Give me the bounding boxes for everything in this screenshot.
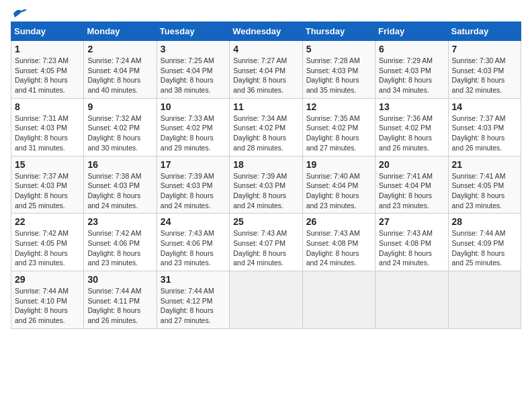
day-detail: Sunrise: 7:27 AMSunset: 4:04 PMDaylight:… bbox=[233, 56, 298, 95]
calendar-cell: 4Sunrise: 7:27 AMSunset: 4:04 PMDaylight… bbox=[230, 41, 302, 99]
day-detail: Sunrise: 7:43 AMSunset: 4:08 PMDaylight:… bbox=[379, 228, 444, 268]
calendar-cell bbox=[230, 271, 302, 329]
day-number: 11 bbox=[233, 101, 298, 112]
day-detail: Sunrise: 7:39 AMSunset: 4:03 PMDaylight:… bbox=[233, 171, 298, 211]
weekday-header-saturday: Saturday bbox=[448, 22, 521, 41]
logo-bird-icon bbox=[12, 8, 27, 19]
day-number: 24 bbox=[161, 216, 226, 227]
day-number: 9 bbox=[87, 101, 152, 112]
day-detail: Sunrise: 7:29 AMSunset: 4:03 PMDaylight:… bbox=[379, 56, 444, 95]
day-detail: Sunrise: 7:37 AMSunset: 4:03 PMDaylight:… bbox=[15, 171, 80, 211]
logo-area bbox=[11, 11, 27, 16]
calendar-week-row: 15Sunrise: 7:37 AMSunset: 4:03 PMDayligh… bbox=[11, 156, 521, 214]
calendar-cell: 19Sunrise: 7:40 AMSunset: 4:04 PMDayligh… bbox=[302, 156, 375, 214]
weekday-header-thursday: Thursday bbox=[302, 22, 375, 41]
calendar-cell: 29Sunrise: 7:44 AMSunset: 4:10 PMDayligh… bbox=[11, 271, 84, 329]
day-number: 10 bbox=[161, 101, 226, 112]
calendar-cell: 10Sunrise: 7:33 AMSunset: 4:02 PMDayligh… bbox=[157, 98, 229, 156]
day-detail: Sunrise: 7:30 AMSunset: 4:03 PMDaylight:… bbox=[452, 56, 517, 95]
day-detail: Sunrise: 7:43 AMSunset: 4:07 PMDaylight:… bbox=[233, 228, 298, 268]
weekday-header-row: SundayMondayTuesdayWednesdayThursdayFrid… bbox=[11, 22, 521, 41]
day-number: 2 bbox=[87, 44, 152, 54]
day-number: 15 bbox=[15, 159, 80, 170]
day-number: 12 bbox=[306, 101, 371, 112]
day-number: 16 bbox=[87, 159, 152, 170]
day-detail: Sunrise: 7:44 AMSunset: 4:10 PMDaylight:… bbox=[15, 286, 80, 326]
day-detail: Sunrise: 7:42 AMSunset: 4:05 PMDaylight:… bbox=[15, 228, 80, 268]
weekday-header-wednesday: Wednesday bbox=[230, 22, 302, 41]
calendar-week-row: 8Sunrise: 7:31 AMSunset: 4:03 PMDaylight… bbox=[11, 98, 521, 156]
day-detail: Sunrise: 7:40 AMSunset: 4:04 PMDaylight:… bbox=[306, 171, 371, 211]
weekday-header-friday: Friday bbox=[375, 22, 448, 41]
calendar-cell: 1Sunrise: 7:23 AMSunset: 4:05 PMDaylight… bbox=[11, 41, 84, 99]
calendar-cell: 17Sunrise: 7:39 AMSunset: 4:03 PMDayligh… bbox=[157, 156, 229, 214]
day-detail: Sunrise: 7:34 AMSunset: 4:02 PMDaylight:… bbox=[233, 113, 298, 153]
day-number: 29 bbox=[15, 274, 80, 285]
day-detail: Sunrise: 7:23 AMSunset: 4:05 PMDaylight:… bbox=[15, 56, 80, 95]
calendar-cell: 3Sunrise: 7:25 AMSunset: 4:04 PMDaylight… bbox=[157, 41, 229, 99]
weekday-header-monday: Monday bbox=[84, 22, 157, 41]
day-detail: Sunrise: 7:33 AMSunset: 4:02 PMDaylight:… bbox=[161, 113, 226, 153]
day-detail: Sunrise: 7:32 AMSunset: 4:02 PMDaylight:… bbox=[87, 113, 152, 153]
day-number: 27 bbox=[379, 216, 444, 227]
calendar-cell: 14Sunrise: 7:37 AMSunset: 4:03 PMDayligh… bbox=[448, 98, 521, 156]
calendar-cell: 11Sunrise: 7:34 AMSunset: 4:02 PMDayligh… bbox=[230, 98, 302, 156]
calendar-cell: 23Sunrise: 7:42 AMSunset: 4:06 PMDayligh… bbox=[84, 214, 157, 271]
calendar-cell: 9Sunrise: 7:32 AMSunset: 4:02 PMDaylight… bbox=[84, 98, 157, 156]
calendar-cell bbox=[375, 271, 448, 329]
day-number: 28 bbox=[452, 216, 517, 227]
day-number: 31 bbox=[161, 274, 226, 285]
calendar-cell bbox=[448, 271, 521, 329]
calendar-cell: 27Sunrise: 7:43 AMSunset: 4:08 PMDayligh… bbox=[375, 214, 448, 271]
day-number: 4 bbox=[233, 44, 298, 54]
day-number: 30 bbox=[87, 274, 152, 285]
day-number: 21 bbox=[452, 159, 517, 170]
day-number: 8 bbox=[15, 101, 80, 112]
day-detail: Sunrise: 7:44 AMSunset: 4:09 PMDaylight:… bbox=[452, 228, 517, 268]
calendar-cell: 20Sunrise: 7:41 AMSunset: 4:04 PMDayligh… bbox=[375, 156, 448, 214]
calendar-cell: 12Sunrise: 7:35 AMSunset: 4:02 PMDayligh… bbox=[302, 98, 375, 156]
day-detail: Sunrise: 7:35 AMSunset: 4:02 PMDaylight:… bbox=[306, 113, 371, 153]
day-detail: Sunrise: 7:37 AMSunset: 4:03 PMDaylight:… bbox=[452, 113, 517, 153]
calendar-week-row: 29Sunrise: 7:44 AMSunset: 4:10 PMDayligh… bbox=[11, 271, 521, 329]
day-number: 5 bbox=[306, 44, 371, 54]
day-number: 26 bbox=[306, 216, 371, 227]
day-detail: Sunrise: 7:41 AMSunset: 4:05 PMDaylight:… bbox=[452, 171, 517, 211]
day-number: 19 bbox=[306, 159, 371, 170]
day-number: 25 bbox=[233, 216, 298, 227]
day-number: 20 bbox=[379, 159, 444, 170]
day-number: 3 bbox=[161, 44, 226, 54]
calendar-cell: 28Sunrise: 7:44 AMSunset: 4:09 PMDayligh… bbox=[448, 214, 521, 271]
calendar-cell: 2Sunrise: 7:24 AMSunset: 4:04 PMDaylight… bbox=[84, 41, 157, 99]
day-detail: Sunrise: 7:42 AMSunset: 4:06 PMDaylight:… bbox=[87, 228, 152, 268]
calendar-cell bbox=[302, 271, 375, 329]
calendar-cell: 25Sunrise: 7:43 AMSunset: 4:07 PMDayligh… bbox=[230, 214, 302, 271]
calendar-cell: 5Sunrise: 7:28 AMSunset: 4:03 PMDaylight… bbox=[302, 41, 375, 99]
calendar-cell: 21Sunrise: 7:41 AMSunset: 4:05 PMDayligh… bbox=[448, 156, 521, 214]
day-number: 6 bbox=[379, 44, 444, 54]
day-detail: Sunrise: 7:25 AMSunset: 4:04 PMDaylight:… bbox=[161, 56, 226, 95]
calendar-week-row: 22Sunrise: 7:42 AMSunset: 4:05 PMDayligh… bbox=[11, 214, 521, 271]
calendar-cell: 15Sunrise: 7:37 AMSunset: 4:03 PMDayligh… bbox=[11, 156, 84, 214]
day-detail: Sunrise: 7:31 AMSunset: 4:03 PMDaylight:… bbox=[15, 113, 80, 153]
calendar-cell: 18Sunrise: 7:39 AMSunset: 4:03 PMDayligh… bbox=[230, 156, 302, 214]
weekday-header-sunday: Sunday bbox=[11, 22, 84, 41]
calendar-cell: 7Sunrise: 7:30 AMSunset: 4:03 PMDaylight… bbox=[448, 41, 521, 99]
day-detail: Sunrise: 7:28 AMSunset: 4:03 PMDaylight:… bbox=[306, 56, 371, 95]
header bbox=[11, 11, 521, 16]
calendar-cell: 22Sunrise: 7:42 AMSunset: 4:05 PMDayligh… bbox=[11, 214, 84, 271]
calendar-table: SundayMondayTuesdayWednesdayThursdayFrid… bbox=[11, 21, 521, 329]
day-detail: Sunrise: 7:39 AMSunset: 4:03 PMDaylight:… bbox=[161, 171, 226, 211]
day-detail: Sunrise: 7:44 AMSunset: 4:12 PMDaylight:… bbox=[161, 286, 226, 326]
day-number: 22 bbox=[15, 216, 80, 227]
day-number: 1 bbox=[15, 44, 80, 54]
day-number: 18 bbox=[233, 159, 298, 170]
calendar-cell: 31Sunrise: 7:44 AMSunset: 4:12 PMDayligh… bbox=[157, 271, 229, 329]
calendar-week-row: 1Sunrise: 7:23 AMSunset: 4:05 PMDaylight… bbox=[11, 41, 521, 99]
day-detail: Sunrise: 7:43 AMSunset: 4:08 PMDaylight:… bbox=[306, 228, 371, 268]
day-detail: Sunrise: 7:24 AMSunset: 4:04 PMDaylight:… bbox=[87, 56, 152, 95]
day-number: 23 bbox=[87, 216, 152, 227]
day-detail: Sunrise: 7:43 AMSunset: 4:06 PMDaylight:… bbox=[161, 228, 226, 268]
weekday-header-tuesday: Tuesday bbox=[157, 22, 229, 41]
day-number: 17 bbox=[161, 159, 226, 170]
